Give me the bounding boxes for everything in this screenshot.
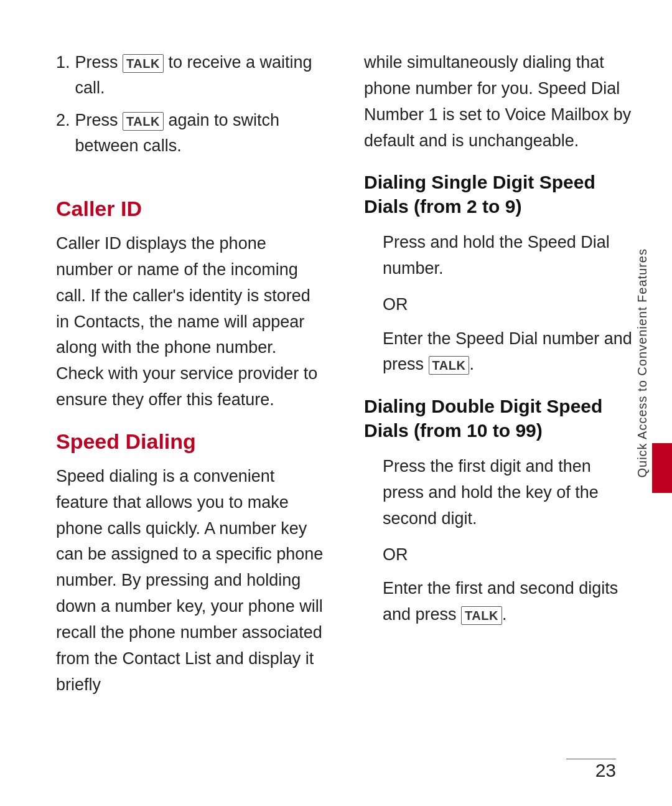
single-digit-p2: Enter the Speed Dial number and press TA… bbox=[383, 326, 635, 378]
list-item-2-text: Press TALK again to switch between calls… bbox=[75, 108, 327, 158]
list-item-1: 1. Press TALK to receive a waiting call. bbox=[56, 50, 327, 100]
list-item-2: 2. Press TALK again to switch between ca… bbox=[56, 108, 327, 158]
side-tab-container: Quick Access to Convenient Features bbox=[640, 0, 672, 806]
double-digit-or: OR bbox=[383, 542, 635, 568]
single-digit-p2-after: . bbox=[469, 355, 474, 373]
divider-line bbox=[566, 759, 616, 760]
numbered-list: 1. Press TALK to receive a waiting call.… bbox=[56, 50, 327, 166]
page-container: 1. Press TALK to receive a waiting call.… bbox=[0, 0, 672, 806]
single-digit-heading: Dialing Single Digit Speed Dials (from 2… bbox=[364, 170, 635, 218]
right-intro-text: while simultaneously dialing that phone … bbox=[364, 50, 635, 154]
single-digit-or: OR bbox=[383, 292, 635, 317]
speed-dialing-heading: Speed Dialing bbox=[56, 429, 327, 454]
caller-id-body: Caller ID displays the phone number or n… bbox=[56, 231, 327, 413]
double-digit-block: Press the first digit and then press and… bbox=[364, 454, 635, 638]
single-digit-p2-before: Enter the Speed Dial number and press bbox=[383, 329, 632, 374]
right-column: while simultaneously dialing that phone … bbox=[364, 50, 635, 769]
double-digit-p2: Enter the first and second digits and pr… bbox=[383, 576, 635, 628]
talk-badge-double: TALK bbox=[461, 606, 502, 625]
talk-badge-single: TALK bbox=[429, 356, 470, 375]
list-item-1-text: Press TALK to receive a waiting call. bbox=[75, 50, 327, 100]
double-digit-p2-after: . bbox=[502, 605, 507, 624]
list-num-2: 2. bbox=[56, 108, 70, 158]
two-col-layout: 1. Press TALK to receive a waiting call.… bbox=[56, 50, 635, 769]
double-digit-heading: Dialing Double Digit Speed Dials (from 1… bbox=[364, 394, 635, 443]
single-digit-block: Press and hold the Speed Dial number. OR… bbox=[364, 230, 635, 388]
double-digit-p1: Press the first digit and then press and… bbox=[383, 454, 635, 532]
talk-badge-2: TALK bbox=[123, 112, 164, 131]
list-num-1: 1. bbox=[56, 50, 70, 100]
talk-badge-1: TALK bbox=[123, 54, 164, 73]
side-tab-text: Quick Access to Convenient Features bbox=[632, 242, 653, 484]
speed-dialing-body: Speed dialing is a convenient feature th… bbox=[56, 464, 327, 698]
side-red-bar bbox=[652, 443, 672, 493]
single-digit-p1: Press and hold the Speed Dial number. bbox=[383, 230, 635, 282]
left-column: 1. Press TALK to receive a waiting call.… bbox=[56, 50, 327, 769]
caller-id-heading: Caller ID bbox=[56, 197, 327, 221]
main-content: 1. Press TALK to receive a waiting call.… bbox=[0, 0, 672, 806]
page-number: 23 bbox=[595, 760, 616, 781]
